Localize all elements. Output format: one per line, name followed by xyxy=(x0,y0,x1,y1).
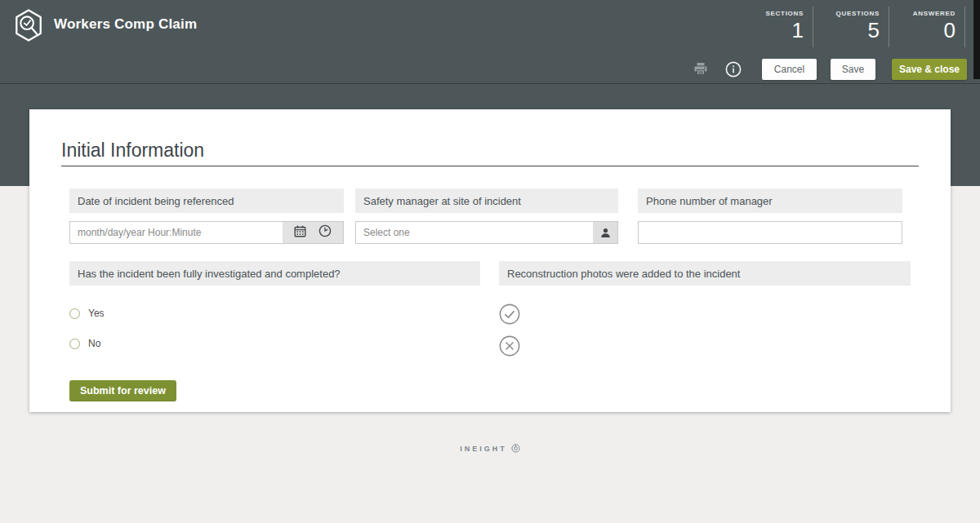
submit-for-review-button[interactable]: Submit for review xyxy=(69,380,176,401)
radio-no-circle[interactable] xyxy=(69,339,80,349)
stat-answered-label: ANSWERED xyxy=(889,10,956,17)
save-button[interactable]: Save xyxy=(831,59,875,80)
app-logo xyxy=(13,8,44,46)
page-title: Workers Comp Claim xyxy=(54,16,197,33)
stat-sections-label: SECTIONS xyxy=(737,10,804,17)
info-icon[interactable] xyxy=(725,61,742,78)
question-reconstruction-photos: Reconstruction photos were added to the … xyxy=(499,261,911,357)
stat-answered-value: 0 xyxy=(889,18,956,42)
scrollbar-thumb[interactable] xyxy=(973,0,980,79)
question-investigated: Has the incident been fully investigated… xyxy=(69,261,480,349)
stat-sections-value: 1 xyxy=(737,18,804,42)
radio-no[interactable]: No xyxy=(69,338,480,349)
save-close-button[interactable]: Save & close xyxy=(892,59,967,80)
stat-questions-label: QUESTIONS xyxy=(813,10,880,17)
toolbar: Cancel Save Save & close xyxy=(693,58,967,80)
stat-answered: ANSWERED 0 xyxy=(889,7,965,47)
manager-select-input[interactable] xyxy=(356,222,593,243)
form-card: Initial Information Date of incident bei… xyxy=(29,109,951,412)
printer-icon[interactable] xyxy=(693,62,708,76)
check-circle-icon[interactable] xyxy=(499,304,520,325)
field-safety-manager: Safety manager at site of incident xyxy=(355,188,618,244)
stat-questions-value: 5 xyxy=(813,18,880,42)
field-manager-label: Safety manager at site of incident xyxy=(355,188,618,213)
date-picker-zone xyxy=(283,222,343,243)
person-icon[interactable] xyxy=(593,222,617,243)
radio-yes-circle[interactable] xyxy=(69,308,80,319)
date-input[interactable] xyxy=(70,222,283,243)
photos-choice-icons xyxy=(499,304,911,357)
question-photos-label: Reconstruction photos were added to the … xyxy=(499,261,911,286)
field-phone-number: Phone number of manager xyxy=(638,188,902,244)
radio-no-label: No xyxy=(88,338,100,349)
header-divider xyxy=(0,83,980,84)
calendar-icon[interactable] xyxy=(294,225,306,241)
date-input-wrap xyxy=(69,221,344,244)
field-date-of-incident: Date of incident being referenced xyxy=(69,188,344,244)
radio-yes-label: Yes xyxy=(88,308,105,319)
manager-select-wrap xyxy=(355,221,618,244)
phone-input-wrap xyxy=(638,221,902,244)
x-circle-icon[interactable] xyxy=(499,335,520,357)
field-phone-label: Phone number of manager xyxy=(638,188,902,213)
phone-input[interactable] xyxy=(639,222,902,243)
section-title: Initial Information xyxy=(61,140,204,162)
header-stats: SECTIONS 1 QUESTIONS 5 ANSWERED 0 xyxy=(737,7,965,47)
radio-yes[interactable]: Yes xyxy=(69,308,480,319)
field-date-label: Date of incident being referenced xyxy=(69,188,344,213)
footer-brand-text: INEIGHT xyxy=(460,445,507,453)
magnifier-check-hexagon-icon xyxy=(13,31,44,45)
clock-icon[interactable] xyxy=(318,224,332,241)
stat-questions: QUESTIONS 5 xyxy=(813,7,889,47)
question-investigated-label: Has the incident been fully investigated… xyxy=(69,261,480,286)
stat-sections: SECTIONS 1 xyxy=(737,7,813,47)
cancel-button[interactable]: Cancel xyxy=(762,59,817,80)
footer-brand: INEIGHT xyxy=(0,441,980,456)
section-title-rule xyxy=(61,166,919,166)
ineight-mark-icon xyxy=(511,441,520,456)
